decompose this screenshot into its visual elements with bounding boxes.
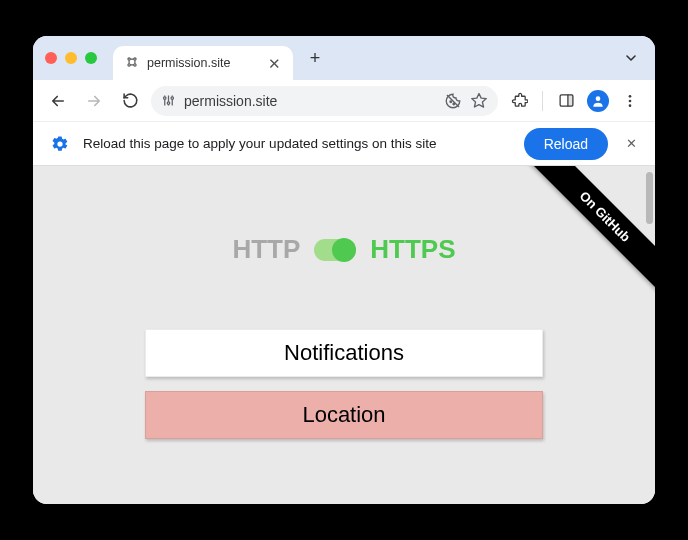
- browser-toolbar: permission.site: [33, 80, 655, 122]
- svg-point-3: [134, 63, 136, 65]
- back-button[interactable]: [43, 86, 73, 116]
- close-window-button[interactable]: [45, 52, 57, 64]
- address-bar[interactable]: permission.site: [151, 86, 498, 116]
- reload-settings-button[interactable]: Reload: [524, 128, 608, 160]
- profile-avatar[interactable]: [587, 90, 609, 112]
- bookmark-icon[interactable]: [470, 92, 488, 110]
- svg-point-0: [128, 57, 130, 59]
- svg-point-8: [453, 103, 455, 105]
- scrollbar[interactable]: [646, 172, 653, 224]
- page-content: On GitHub HTTP HTTPS Notifications Locat…: [33, 166, 655, 504]
- permission-buttons: Notifications Location: [33, 329, 655, 439]
- http-label: HTTP: [232, 234, 300, 265]
- new-tab-button[interactable]: +: [301, 44, 329, 72]
- url-text: permission.site: [184, 93, 436, 109]
- maximize-window-button[interactable]: [85, 52, 97, 64]
- toolbar-divider: [542, 91, 543, 111]
- svg-point-14: [629, 104, 632, 107]
- tab-strip: permission.site ✕ +: [33, 36, 655, 80]
- side-panel-icon[interactable]: [551, 86, 581, 116]
- tab-close-icon[interactable]: ✕: [268, 56, 281, 71]
- browser-window: permission.site ✕ + permission.site: [33, 36, 655, 504]
- location-button[interactable]: Location: [145, 391, 543, 439]
- minimize-window-button[interactable]: [65, 52, 77, 64]
- svg-point-6: [171, 97, 174, 100]
- close-infobar-icon[interactable]: ✕: [626, 136, 637, 151]
- tab-overflow-button[interactable]: [619, 46, 643, 70]
- browser-menu-icon[interactable]: [615, 86, 645, 116]
- svg-point-11: [596, 96, 601, 101]
- tab-title: permission.site: [147, 56, 230, 70]
- gear-icon: [51, 135, 69, 153]
- svg-point-12: [629, 95, 632, 98]
- window-controls: [45, 52, 97, 64]
- svg-point-5: [167, 102, 170, 105]
- extensions-icon[interactable]: [504, 86, 534, 116]
- svg-point-4: [164, 97, 167, 100]
- reload-page-button[interactable]: [115, 86, 145, 116]
- cookie-blocked-icon[interactable]: [444, 92, 462, 110]
- https-label: HTTPS: [370, 234, 455, 265]
- svg-point-2: [128, 63, 130, 65]
- svg-point-13: [629, 99, 632, 102]
- browser-tab[interactable]: permission.site ✕: [113, 46, 293, 80]
- settings-infobar: Reload this page to apply your updated s…: [33, 122, 655, 166]
- protocol-switch[interactable]: [314, 239, 356, 261]
- site-settings-icon[interactable]: [161, 93, 176, 108]
- svg-rect-10: [567, 95, 572, 106]
- notifications-button[interactable]: Notifications: [145, 329, 543, 377]
- tab-favicon-icon: [125, 55, 139, 72]
- forward-button[interactable]: [79, 86, 109, 116]
- svg-point-7: [450, 101, 452, 103]
- svg-point-1: [134, 57, 136, 59]
- infobar-message: Reload this page to apply your updated s…: [83, 136, 510, 151]
